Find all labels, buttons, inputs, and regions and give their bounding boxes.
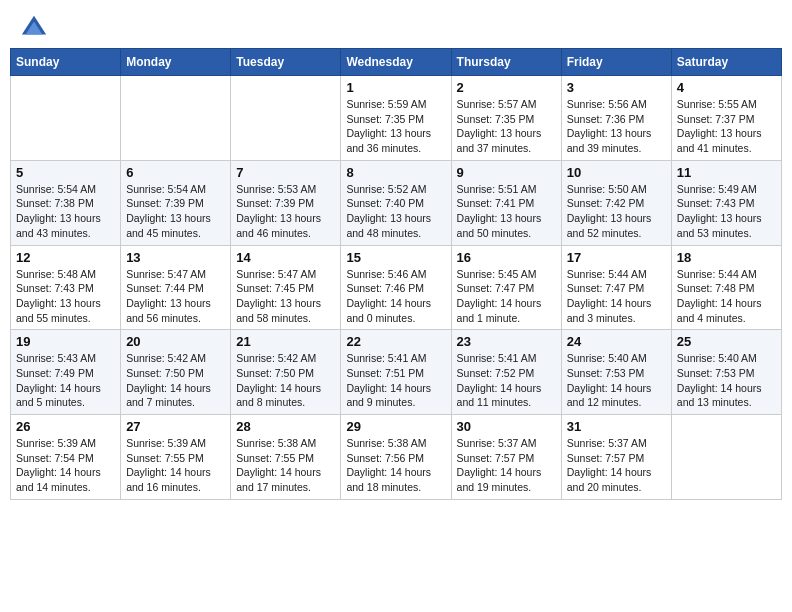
day-info: Sunrise: 5:47 AM Sunset: 7:45 PM Dayligh… <box>236 267 335 326</box>
day-number: 12 <box>16 250 115 265</box>
calendar-cell: 4Sunrise: 5:55 AM Sunset: 7:37 PM Daylig… <box>671 76 781 161</box>
day-number: 11 <box>677 165 776 180</box>
calendar-cell: 2Sunrise: 5:57 AM Sunset: 7:35 PM Daylig… <box>451 76 561 161</box>
day-info: Sunrise: 5:38 AM Sunset: 7:55 PM Dayligh… <box>236 436 335 495</box>
day-info: Sunrise: 5:55 AM Sunset: 7:37 PM Dayligh… <box>677 97 776 156</box>
weekday-header: Wednesday <box>341 49 451 76</box>
day-info: Sunrise: 5:43 AM Sunset: 7:49 PM Dayligh… <box>16 351 115 410</box>
day-number: 17 <box>567 250 666 265</box>
day-info: Sunrise: 5:41 AM Sunset: 7:51 PM Dayligh… <box>346 351 445 410</box>
day-info: Sunrise: 5:45 AM Sunset: 7:47 PM Dayligh… <box>457 267 556 326</box>
calendar-week-row: 12Sunrise: 5:48 AM Sunset: 7:43 PM Dayli… <box>11 245 782 330</box>
weekday-header: Sunday <box>11 49 121 76</box>
day-info: Sunrise: 5:54 AM Sunset: 7:39 PM Dayligh… <box>126 182 225 241</box>
calendar-cell: 16Sunrise: 5:45 AM Sunset: 7:47 PM Dayli… <box>451 245 561 330</box>
day-number: 14 <box>236 250 335 265</box>
calendar-cell: 12Sunrise: 5:48 AM Sunset: 7:43 PM Dayli… <box>11 245 121 330</box>
day-info: Sunrise: 5:44 AM Sunset: 7:48 PM Dayligh… <box>677 267 776 326</box>
weekday-header: Thursday <box>451 49 561 76</box>
calendar-cell: 13Sunrise: 5:47 AM Sunset: 7:44 PM Dayli… <box>121 245 231 330</box>
calendar-cell: 26Sunrise: 5:39 AM Sunset: 7:54 PM Dayli… <box>11 415 121 500</box>
calendar-cell: 23Sunrise: 5:41 AM Sunset: 7:52 PM Dayli… <box>451 330 561 415</box>
calendar-cell: 10Sunrise: 5:50 AM Sunset: 7:42 PM Dayli… <box>561 160 671 245</box>
day-number: 25 <box>677 334 776 349</box>
day-number: 4 <box>677 80 776 95</box>
day-info: Sunrise: 5:37 AM Sunset: 7:57 PM Dayligh… <box>567 436 666 495</box>
day-number: 19 <box>16 334 115 349</box>
day-number: 1 <box>346 80 445 95</box>
day-info: Sunrise: 5:46 AM Sunset: 7:46 PM Dayligh… <box>346 267 445 326</box>
day-info: Sunrise: 5:53 AM Sunset: 7:39 PM Dayligh… <box>236 182 335 241</box>
day-number: 24 <box>567 334 666 349</box>
logo-icon <box>20 14 48 42</box>
day-number: 8 <box>346 165 445 180</box>
calendar-cell: 11Sunrise: 5:49 AM Sunset: 7:43 PM Dayli… <box>671 160 781 245</box>
day-info: Sunrise: 5:38 AM Sunset: 7:56 PM Dayligh… <box>346 436 445 495</box>
day-number: 2 <box>457 80 556 95</box>
day-number: 16 <box>457 250 556 265</box>
day-info: Sunrise: 5:56 AM Sunset: 7:36 PM Dayligh… <box>567 97 666 156</box>
day-number: 18 <box>677 250 776 265</box>
calendar-cell: 6Sunrise: 5:54 AM Sunset: 7:39 PM Daylig… <box>121 160 231 245</box>
day-number: 10 <box>567 165 666 180</box>
calendar-cell: 7Sunrise: 5:53 AM Sunset: 7:39 PM Daylig… <box>231 160 341 245</box>
weekday-header-row: SundayMondayTuesdayWednesdayThursdayFrid… <box>11 49 782 76</box>
day-info: Sunrise: 5:48 AM Sunset: 7:43 PM Dayligh… <box>16 267 115 326</box>
day-info: Sunrise: 5:39 AM Sunset: 7:54 PM Dayligh… <box>16 436 115 495</box>
day-number: 5 <box>16 165 115 180</box>
calendar-cell <box>671 415 781 500</box>
calendar-cell: 19Sunrise: 5:43 AM Sunset: 7:49 PM Dayli… <box>11 330 121 415</box>
day-number: 23 <box>457 334 556 349</box>
calendar-cell <box>121 76 231 161</box>
calendar-cell: 25Sunrise: 5:40 AM Sunset: 7:53 PM Dayli… <box>671 330 781 415</box>
day-number: 31 <box>567 419 666 434</box>
day-number: 29 <box>346 419 445 434</box>
day-info: Sunrise: 5:52 AM Sunset: 7:40 PM Dayligh… <box>346 182 445 241</box>
day-number: 7 <box>236 165 335 180</box>
day-info: Sunrise: 5:50 AM Sunset: 7:42 PM Dayligh… <box>567 182 666 241</box>
calendar-cell: 18Sunrise: 5:44 AM Sunset: 7:48 PM Dayli… <box>671 245 781 330</box>
day-number: 27 <box>126 419 225 434</box>
calendar-week-row: 26Sunrise: 5:39 AM Sunset: 7:54 PM Dayli… <box>11 415 782 500</box>
day-number: 30 <box>457 419 556 434</box>
day-info: Sunrise: 5:47 AM Sunset: 7:44 PM Dayligh… <box>126 267 225 326</box>
calendar-cell: 28Sunrise: 5:38 AM Sunset: 7:55 PM Dayli… <box>231 415 341 500</box>
weekday-header: Friday <box>561 49 671 76</box>
calendar-cell: 8Sunrise: 5:52 AM Sunset: 7:40 PM Daylig… <box>341 160 451 245</box>
calendar-cell: 15Sunrise: 5:46 AM Sunset: 7:46 PM Dayli… <box>341 245 451 330</box>
day-number: 21 <box>236 334 335 349</box>
calendar-cell: 29Sunrise: 5:38 AM Sunset: 7:56 PM Dayli… <box>341 415 451 500</box>
day-info: Sunrise: 5:57 AM Sunset: 7:35 PM Dayligh… <box>457 97 556 156</box>
weekday-header: Tuesday <box>231 49 341 76</box>
calendar-cell: 20Sunrise: 5:42 AM Sunset: 7:50 PM Dayli… <box>121 330 231 415</box>
day-info: Sunrise: 5:40 AM Sunset: 7:53 PM Dayligh… <box>677 351 776 410</box>
day-info: Sunrise: 5:39 AM Sunset: 7:55 PM Dayligh… <box>126 436 225 495</box>
calendar-cell: 17Sunrise: 5:44 AM Sunset: 7:47 PM Dayli… <box>561 245 671 330</box>
day-number: 3 <box>567 80 666 95</box>
day-number: 26 <box>16 419 115 434</box>
day-number: 15 <box>346 250 445 265</box>
day-number: 20 <box>126 334 225 349</box>
calendar-cell: 22Sunrise: 5:41 AM Sunset: 7:51 PM Dayli… <box>341 330 451 415</box>
calendar-cell: 24Sunrise: 5:40 AM Sunset: 7:53 PM Dayli… <box>561 330 671 415</box>
day-info: Sunrise: 5:59 AM Sunset: 7:35 PM Dayligh… <box>346 97 445 156</box>
calendar-table: SundayMondayTuesdayWednesdayThursdayFrid… <box>10 48 782 500</box>
day-info: Sunrise: 5:49 AM Sunset: 7:43 PM Dayligh… <box>677 182 776 241</box>
day-info: Sunrise: 5:54 AM Sunset: 7:38 PM Dayligh… <box>16 182 115 241</box>
calendar-week-row: 5Sunrise: 5:54 AM Sunset: 7:38 PM Daylig… <box>11 160 782 245</box>
calendar-cell: 3Sunrise: 5:56 AM Sunset: 7:36 PM Daylig… <box>561 76 671 161</box>
calendar-cell: 14Sunrise: 5:47 AM Sunset: 7:45 PM Dayli… <box>231 245 341 330</box>
calendar-cell: 31Sunrise: 5:37 AM Sunset: 7:57 PM Dayli… <box>561 415 671 500</box>
weekday-header: Saturday <box>671 49 781 76</box>
logo <box>18 14 48 36</box>
calendar-cell <box>11 76 121 161</box>
calendar-cell <box>231 76 341 161</box>
day-number: 13 <box>126 250 225 265</box>
logo-text <box>18 14 48 42</box>
calendar-cell: 9Sunrise: 5:51 AM Sunset: 7:41 PM Daylig… <box>451 160 561 245</box>
day-info: Sunrise: 5:51 AM Sunset: 7:41 PM Dayligh… <box>457 182 556 241</box>
day-info: Sunrise: 5:41 AM Sunset: 7:52 PM Dayligh… <box>457 351 556 410</box>
calendar-week-row: 19Sunrise: 5:43 AM Sunset: 7:49 PM Dayli… <box>11 330 782 415</box>
day-number: 22 <box>346 334 445 349</box>
weekday-header: Monday <box>121 49 231 76</box>
